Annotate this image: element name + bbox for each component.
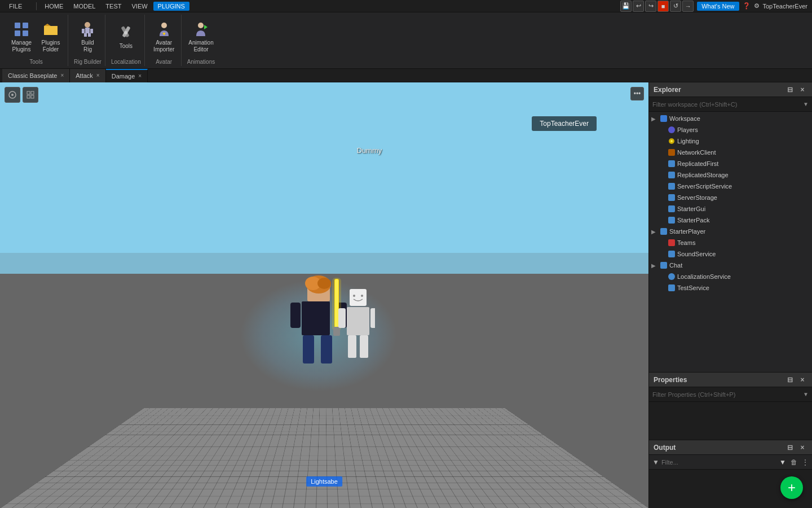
forward-btn[interactable]: →: [682, 1, 694, 12]
networkclient-label: NetworkClient: [677, 149, 810, 156]
tab-classic-baseplate[interactable]: Classic Baseplate ×: [2, 69, 70, 82]
toolbar-group-animations: AnimationEditor Animations: [184, 15, 218, 66]
serverscriptservice-icon: [667, 182, 676, 191]
serverstorage-label: ServerStorage: [677, 194, 810, 201]
output-clear-btn[interactable]: 🗑: [791, 458, 797, 466]
svg-rect-17: [302, 301, 330, 335]
close-damage[interactable]: ×: [138, 73, 142, 79]
output-header: Output ⊟ ×: [649, 440, 812, 455]
tree-item-startergui[interactable]: ▶ StarterGui: [649, 203, 812, 214]
localizationservice-icon: [667, 272, 676, 281]
tree-item-networkclient[interactable]: ▶ NetworkClient: [649, 147, 812, 158]
undo-btn[interactable]: ↩: [633, 1, 644, 12]
help-icon[interactable]: ❓: [743, 2, 751, 10]
svg-rect-22: [290, 303, 301, 328]
tree-item-starterplayer[interactable]: ▶ StarterPlayer: [649, 226, 812, 237]
explorer-tree: ▶ Workspace ▶ Players ▶ Lighting: [649, 112, 812, 372]
tree-item-serverstorage[interactable]: ▶ ServerStorage: [649, 192, 812, 203]
close-attack[interactable]: ×: [96, 72, 100, 78]
tree-item-chat[interactable]: ▶ Chat: [649, 260, 812, 271]
output-filter-arrow: ▼: [779, 458, 786, 466]
svg-rect-8: [90, 29, 93, 33]
toolbar-group-tools: ManagePlugins PluginsFolder Tools: [5, 15, 68, 66]
cut-btn[interactable]: ■: [657, 1, 669, 12]
output-more-btn[interactable]: ⋮: [802, 458, 809, 466]
character-area: [262, 256, 375, 380]
animation-editor-label: AnimationEditor: [188, 40, 213, 53]
build-rig-icon: [78, 20, 96, 38]
svg-rect-42: [27, 95, 30, 98]
menu-file[interactable]: FILE: [5, 2, 27, 11]
svg-rect-35: [360, 335, 368, 358]
animation-editor-btn[interactable]: AnimationEditor: [187, 17, 214, 56]
avatar-importer-label: AvatarImporter: [153, 40, 174, 53]
soundservice-label: SoundService: [677, 251, 810, 257]
plugins-folder-btn[interactable]: PluginsFolder: [37, 17, 64, 56]
properties-close-btn[interactable]: ×: [797, 375, 807, 385]
scene: Dummy TopTeacherEver Lightsabe: [0, 82, 648, 508]
svg-point-32: [353, 295, 355, 297]
history-btn[interactable]: ↺: [670, 1, 681, 12]
svg-point-33: [361, 295, 363, 297]
tools-btn[interactable]: Tools: [112, 17, 139, 56]
redo-btn[interactable]: ↪: [645, 1, 656, 12]
svg-point-15: [198, 23, 204, 28]
svg-rect-1: [23, 23, 28, 28]
menu-test[interactable]: TEST: [101, 2, 126, 11]
close-classic-baseplate[interactable]: ×: [60, 72, 64, 78]
players-icon: [667, 125, 676, 134]
menu-view[interactable]: VIEW: [127, 2, 152, 11]
whats-new-button[interactable]: What's New: [697, 2, 739, 11]
tree-item-players[interactable]: ▶ Players: [649, 124, 812, 135]
tree-item-testservice[interactable]: ▶ TestService: [649, 282, 812, 294]
tree-item-lighting[interactable]: ▶ Lighting: [649, 135, 812, 147]
workspace-arrow: ▶: [651, 116, 658, 122]
player-badge: TopTeacherEver: [532, 116, 597, 131]
svg-rect-60: [668, 284, 675, 291]
svg-rect-40: [27, 91, 30, 94]
soundservice-icon: [667, 249, 676, 259]
save-btn[interactable]: 💾: [620, 1, 632, 12]
startergui-label: StarterGui: [677, 205, 810, 212]
tab-damage[interactable]: Damage ×: [106, 69, 148, 82]
floor: [0, 408, 648, 508]
svg-rect-10: [88, 33, 91, 37]
menu-model[interactable]: MODEL: [69, 2, 100, 11]
svg-point-14: [161, 23, 167, 28]
tree-item-replicatedstorage[interactable]: ▶ ReplicatedStorage: [649, 169, 812, 181]
tree-item-workspace[interactable]: ▶ Workspace: [649, 113, 812, 124]
workspace-icon: [659, 114, 668, 123]
viewport[interactable]: Dummy TopTeacherEver Lightsabe •••: [0, 82, 648, 508]
plus-button[interactable]: +: [780, 476, 803, 499]
properties-filter-input[interactable]: [652, 391, 803, 398]
localizationservice-label: LocalizationService: [677, 273, 810, 280]
svg-rect-48: [668, 149, 675, 156]
settings-icon[interactable]: ⚙: [754, 2, 760, 10]
menu-home[interactable]: HOME: [40, 2, 68, 11]
output-pin-btn[interactable]: ⊟: [785, 443, 795, 453]
build-rig-btn[interactable]: BuildRig: [74, 17, 101, 56]
tree-item-starterpack[interactable]: ▶ StarterPack: [649, 214, 812, 226]
tree-item-localizationservice[interactable]: ▶ LocalizationService: [649, 271, 812, 282]
viewport-camera-icon[interactable]: [5, 87, 20, 103]
output-filter-input[interactable]: [661, 459, 777, 466]
svg-rect-0: [15, 23, 20, 28]
explorer-filter-input[interactable]: [652, 101, 803, 108]
properties-pin-btn[interactable]: ⊟: [785, 375, 795, 385]
avatar-importer-btn[interactable]: AvatarImporter: [151, 17, 178, 56]
tree-item-replicatedfirst[interactable]: ▶ ReplicatedFirst: [649, 158, 812, 169]
explorer-pin-btn[interactable]: ⊟: [785, 85, 795, 95]
manage-plugins-btn[interactable]: ManagePlugins: [8, 17, 35, 56]
output-filter-icon: ▼: [652, 458, 659, 466]
output-close-btn[interactable]: ×: [797, 443, 807, 453]
tree-item-soundservice[interactable]: ▶ SoundService: [649, 248, 812, 260]
svg-rect-6: [85, 28, 90, 33]
tree-item-teams[interactable]: ▶ Teams: [649, 237, 812, 248]
menu-plugins[interactable]: PLUGINS: [153, 2, 189, 11]
replicatedstorage-label: ReplicatedStorage: [677, 172, 810, 178]
explorer-close-btn[interactable]: ×: [797, 85, 807, 95]
viewport-more-btn[interactable]: •••: [630, 87, 644, 100]
viewport-grid-icon[interactable]: [23, 87, 38, 103]
tab-attack[interactable]: Attack ×: [70, 69, 105, 82]
tree-item-serverscriptservice[interactable]: ▶ ServerScriptService: [649, 181, 812, 192]
